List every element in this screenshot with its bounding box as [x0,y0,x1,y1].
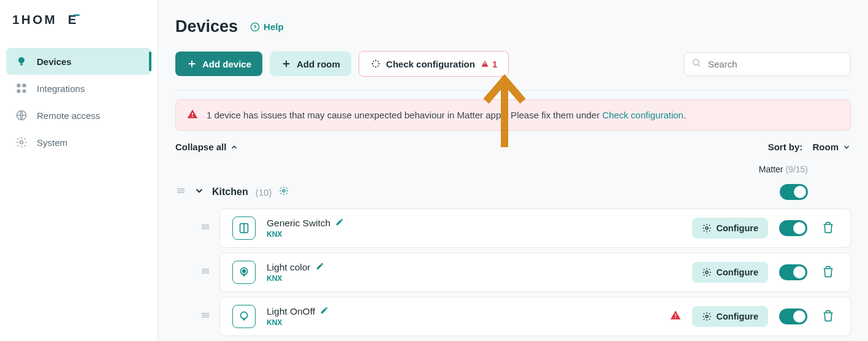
device-name: Generic Switch [267,218,330,229]
svg-rect-7 [17,90,21,93]
trash-icon [822,310,834,322]
svg-point-11 [251,23,259,31]
device-matter-toggle[interactable] [779,220,807,236]
globe-icon [15,109,28,122]
sidebar-item-label: Integrations [37,83,85,94]
sparkle-icon [370,58,381,69]
drag-handle-icon[interactable] [175,185,186,199]
svg-rect-2 [74,14,79,16]
configure-button[interactable]: Configure [692,306,768,327]
device-card: Generic Switch KNX Configure [219,209,851,248]
configure-button[interactable]: Configure [692,262,768,283]
svg-point-8 [23,90,26,93]
add-device-button[interactable]: Add device [175,52,262,76]
gear-icon [15,136,28,149]
device-matter-toggle[interactable] [779,264,807,280]
device-card: Light color KNX Configure [219,253,851,292]
svg-point-3 [18,57,25,63]
search-icon [691,58,701,70]
room-name: Kitchen [212,186,248,197]
device-row: Light color KNX Configure [200,253,851,292]
warning-icon [187,109,198,121]
svg-point-20 [241,312,248,319]
svg-point-16 [706,227,708,229]
device-row: Light OnOff KNX Configure [200,297,851,336]
svg-text:1HOM: 1HOM [12,12,57,26]
sidebar-item-system[interactable]: System [6,129,151,156]
matter-column-header: Matter (9/15) [175,164,851,174]
divider [175,90,851,91]
sidebar: 1HOME Devices Integrations Remote access [0,0,158,341]
svg-point-21 [675,317,676,318]
sidebar-item-label: System [37,137,67,148]
warning-icon [670,310,681,323]
trash-icon [822,266,834,278]
device-protocol: KNX [267,318,659,327]
main-content: Devices Help Add device Add room Check c… [158,0,868,341]
chevron-up-icon [230,143,238,151]
help-link[interactable]: Help [250,21,284,32]
logo: 1HOME [6,12,151,48]
sidebar-item-label: Remote access [37,110,100,121]
configure-button[interactable]: Configure [692,218,768,239]
bulb-icon [15,55,28,68]
plus-icon [186,58,197,69]
svg-point-10 [20,141,23,144]
gear-icon [702,267,712,277]
alert-banner: 1 device has issues that may cause unexp… [175,99,851,131]
svg-point-18 [243,270,246,273]
device-matter-toggle[interactable] [779,308,807,324]
room-settings-button[interactable] [279,186,289,198]
edit-icon[interactable] [335,218,344,229]
svg-point-12 [693,59,699,65]
edit-icon[interactable] [316,262,324,273]
chevron-down-icon [842,143,851,151]
sidebar-item-integrations[interactable]: Integrations [6,75,151,102]
sort-button[interactable]: Sort by: Room [768,142,851,152]
warning-icon [480,59,490,69]
room-header: Kitchen (10) [175,180,851,209]
alert-link[interactable]: Check configuration [602,110,683,120]
search-input[interactable] [684,52,851,76]
add-room-button[interactable]: Add room [270,52,351,76]
edit-icon[interactable] [320,306,329,317]
svg-point-22 [706,315,708,318]
svg-point-13 [192,116,193,117]
collapse-all-button[interactable]: Collapse all [175,142,238,152]
gear-icon [702,223,712,233]
drag-handle-icon[interactable] [200,310,211,323]
device-type-icon [232,261,256,284]
room-count: (10) [256,187,272,197]
plus-icon [281,58,292,69]
device-card: Light OnOff KNX Configure [219,297,851,336]
grid-icon [15,82,28,95]
trash-icon [822,221,834,234]
device-name: Light color [267,262,311,273]
delete-button[interactable] [818,218,838,239]
svg-rect-5 [17,84,21,88]
gear-icon [702,312,712,321]
room-collapse-toggle[interactable] [194,185,205,199]
sidebar-item-devices[interactable]: Devices [6,48,151,75]
check-config-button[interactable]: Check configuration 1 [359,51,509,77]
alert-text: 1 device has issues that may cause unexp… [207,110,686,120]
svg-rect-6 [23,84,26,88]
device-protocol: KNX [267,274,681,283]
device-type-icon [232,216,256,240]
device-name: Light OnOff [267,306,315,317]
device-protocol: KNX [267,230,681,239]
sidebar-item-remote[interactable]: Remote access [6,102,151,129]
svg-point-19 [706,271,708,274]
delete-button[interactable] [818,306,838,328]
delete-button[interactable] [818,262,838,283]
sidebar-item-label: Devices [37,56,72,67]
page-title: Devices [175,17,238,36]
help-icon [250,22,260,32]
room-matter-toggle[interactable] [780,184,808,200]
device-type-icon [232,305,256,328]
svg-point-14 [283,190,285,192]
drag-handle-icon[interactable] [200,266,211,279]
device-row: Generic Switch KNX Configure [200,209,851,248]
svg-rect-4 [20,63,22,65]
drag-handle-icon[interactable] [200,221,211,235]
